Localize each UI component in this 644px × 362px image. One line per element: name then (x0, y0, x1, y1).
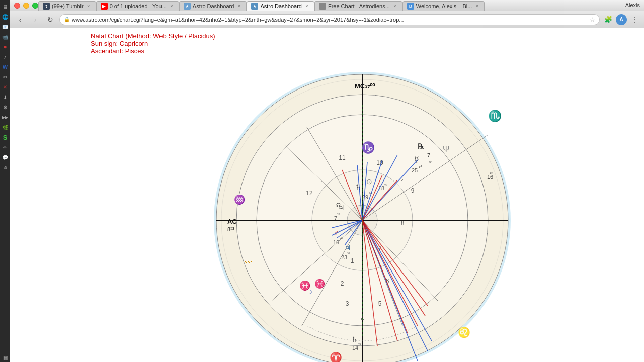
svg-text:♏: ♏ (488, 109, 502, 123)
svg-text:♓: ♓ (314, 279, 326, 289)
tab-astro2-close[interactable]: × (304, 3, 310, 9)
nav-right-icons: 🧩 A ⋮ (603, 14, 640, 25)
svg-text:16: 16 (333, 239, 339, 245)
svg-text:♂: ♂ (334, 229, 339, 237)
svg-text:♒: ♒ (234, 194, 246, 205)
sidebar-icon-chrome[interactable]: 🌐 (1, 12, 10, 21)
tab-astro2[interactable]: ★ Astro Dashboard × (247, 1, 314, 11)
tab-tumblr-label: (99+) Tumblr (52, 3, 84, 9)
sidebar-icon-facetime[interactable]: 📹 (1, 32, 10, 41)
svg-text:5: 5 (378, 300, 382, 307)
svg-text:☊: ☊ (336, 202, 341, 208)
astro2-favicon: ★ (251, 3, 258, 10)
svg-text:♄: ♄ (355, 183, 362, 192)
user-avatar-icon[interactable]: A (616, 14, 627, 25)
sidebar-icon-pencil[interactable]: ✏ (1, 143, 10, 152)
mc-label: MC₁₇⁰⁰ (355, 82, 375, 90)
svg-text:23: 23 (341, 254, 347, 260)
tab-welcome-close[interactable]: × (474, 3, 480, 9)
ascendant: Ascendant: Pisces (91, 47, 634, 55)
tab-astro1[interactable]: ★ Astro Dashboard × (179, 1, 247, 11)
sidebar-icon-word[interactable]: W (1, 62, 10, 71)
svg-text:⁴⁷: ⁴⁷ (340, 237, 343, 241)
mac-sidebar: 🖥 🌐 📧 📹 ● ♪ W ✂ ✕ ⬇ ⚙ ▶▶ 🌿 S ✏ 💬 🖥 ▦ (0, 0, 10, 362)
chart-method-link[interactable]: Natal Chart (Method: Web Style / Placidu… (91, 32, 634, 40)
user-name: Alexis (625, 2, 640, 8)
svg-text:⁰¹: ⁰¹ (358, 342, 361, 347)
title-bar: t (99+) Tumblr × ▶ 0 of 1 uploaded - You… (10, 0, 644, 11)
tab-freechart-close[interactable]: × (392, 3, 398, 9)
youtube-favicon: ▶ (101, 3, 108, 10)
sidebar-icon-chat[interactable]: 💬 (1, 153, 10, 162)
svg-text:♈: ♈ (330, 351, 342, 362)
maximize-button[interactable] (32, 3, 38, 9)
svg-text:25: 25 (412, 167, 418, 173)
tab-tumblr-close[interactable]: × (86, 3, 92, 9)
svg-text:2: 2 (341, 280, 344, 287)
svg-text:3: 3 (346, 300, 349, 307)
back-button[interactable]: ‹ (14, 14, 26, 26)
svg-text:♑: ♑ (361, 141, 375, 154)
nav-bar: ‹ › ↻ 🔒 www.astro.com/cgi/chart.cgi?lang… (10, 11, 644, 28)
minimize-button[interactable] (23, 3, 29, 9)
svg-text:1: 1 (351, 257, 354, 264)
tab-freechart[interactable]: — Free Chart - Astrodiens... × (314, 1, 403, 11)
sidebar-icon-x[interactable]: ✕ (1, 82, 10, 92)
window-controls (10, 3, 38, 9)
svg-text:℞: ℞ (418, 142, 424, 150)
chart-svg-wrapper: × (186, 54, 538, 362)
close-button[interactable] (14, 3, 20, 9)
sidebar-icon-music[interactable]: ♪ (1, 52, 10, 61)
reload-button[interactable]: ↻ (44, 14, 56, 26)
svg-text:7: 7 (427, 152, 430, 158)
browser-shell: t (99+) Tumblr × ▶ 0 of 1 uploaded - You… (10, 0, 644, 362)
menu-icon[interactable]: ⋮ (629, 14, 640, 25)
content-area: Natal Chart (Method: Web Style / Placidu… (10, 28, 644, 362)
svg-text:8: 8 (401, 220, 405, 227)
tab-youtube-close[interactable]: × (169, 3, 175, 9)
sidebar-icon-settings[interactable]: ⚙ (1, 103, 10, 112)
svg-text:29: 29 (362, 194, 368, 200)
tab-welcome[interactable]: B Welcome, Alexis – Bl... × (403, 1, 485, 11)
tab-astro2-label: Astro Dashboard (260, 3, 302, 9)
sidebar-icon-more[interactable]: ▶▶ (1, 113, 10, 122)
svg-text:³²: ³² (337, 213, 340, 217)
svg-text:9: 9 (411, 187, 415, 194)
extensions-icon[interactable]: 🧩 (603, 14, 614, 25)
tumblr-favicon: t (43, 3, 50, 10)
sidebar-icon-s[interactable]: S (1, 133, 10, 142)
address-bar[interactable]: 🔒 www.astro.com/cgi/chart.cgi?lang=e&gm=… (59, 14, 600, 25)
svg-text:⁰¹: ⁰¹ (429, 160, 433, 165)
tab-youtube[interactable]: ▶ 0 of 1 uploaded - You... × (96, 1, 179, 11)
sidebar-icon-download[interactable]: ⬇ (1, 93, 10, 102)
svg-text:Ψ: Ψ (443, 145, 449, 154)
sun-sign: Sun sign: Capricorn (91, 40, 634, 47)
header-info: Natal Chart (Method: Web Style / Placidu… (91, 32, 634, 55)
lock-icon: 🔒 (64, 17, 70, 22)
tab-astro1-close[interactable]: × (236, 3, 242, 9)
bookmark-icon[interactable]: ☆ (590, 16, 595, 23)
svg-text:12: 12 (306, 190, 313, 197)
address-text: www.astro.com/cgi/chart.cgi?lang=e&gm=a1… (72, 17, 588, 23)
freechart-favicon: — (319, 3, 326, 10)
welcome-favicon: B (407, 3, 414, 10)
sidebar-icon-system[interactable]: 🖥 (1, 163, 10, 172)
forward-button[interactable]: › (29, 14, 41, 26)
svg-text:¹⁵: ¹⁵ (490, 171, 493, 176)
sidebar-icon-finder[interactable]: 🖥 (1, 2, 10, 11)
astro-chart-svg: × (186, 54, 538, 362)
tabs-area: t (99+) Tumblr × ▶ 0 of 1 uploaded - You… (38, 0, 644, 11)
sidebar-icon-grid[interactable]: ▦ (1, 353, 10, 362)
svg-text:14: 14 (352, 345, 358, 351)
tab-youtube-label: 0 of 1 uploaded - You... (110, 3, 167, 9)
ac-label: AC (227, 218, 237, 225)
sidebar-icon-mail[interactable]: 📧 (1, 22, 10, 31)
sidebar-icon-red1[interactable]: ● (1, 42, 10, 51)
svg-text:☽: ☽ (308, 289, 312, 295)
tab-tumblr[interactable]: t (99+) Tumblr × (38, 1, 96, 11)
sidebar-icon-cut[interactable]: ✂ (1, 72, 10, 81)
sidebar-icon-plant[interactable]: 🌿 (1, 123, 10, 132)
svg-text:⊙: ⊙ (366, 177, 372, 186)
page-content: Natal Chart (Method: Web Style / Placidu… (10, 28, 644, 362)
svg-text:〰: 〰 (244, 258, 252, 267)
